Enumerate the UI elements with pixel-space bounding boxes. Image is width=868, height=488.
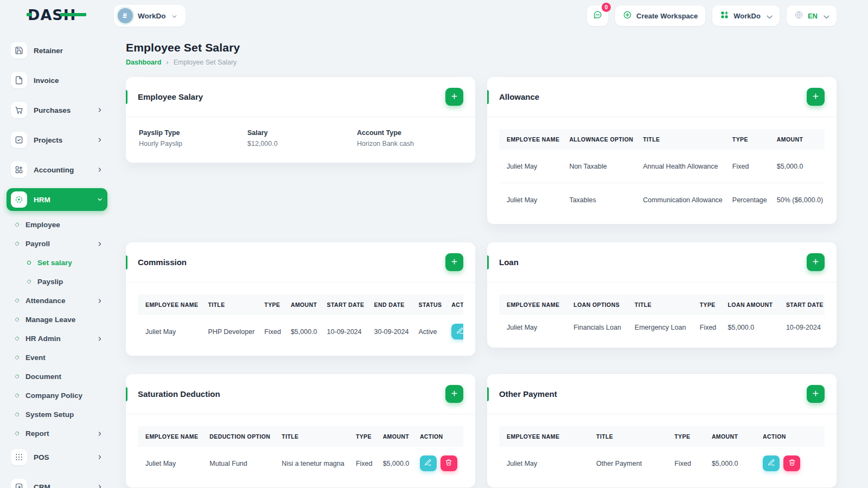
delete-button[interactable] [783, 455, 800, 471]
edit-button[interactable] [451, 324, 463, 339]
sidebar-item-purchases[interactable]: Purchases [7, 99, 107, 121]
table-header-row: EMPLOYEE NAMETITLETYPEAMOUNTSTART DATEEN… [138, 294, 463, 315]
column-header: EMPLOYEE NAME [138, 426, 205, 447]
cell: $5,000.0 [286, 315, 322, 348]
sidebar-item-projects[interactable]: Projects [7, 129, 107, 151]
sidebar-item-event[interactable]: Event [7, 351, 107, 364]
add-employee-salary-button[interactable] [445, 88, 463, 106]
cell: PHP Developer [203, 315, 259, 348]
edit-button[interactable] [420, 455, 437, 471]
sidebar-item-document[interactable]: Document [7, 370, 107, 383]
workdo-apps-button[interactable]: WorkDo [712, 5, 780, 26]
chat-bubble-icon [593, 10, 602, 21]
column-header: EMPLOYEE NAME [499, 294, 569, 315]
plus-icon [812, 389, 820, 399]
create-workspace-button[interactable]: Create Workspace [615, 5, 705, 26]
page-title: Employee Set Salary [126, 41, 837, 54]
sidebar-item-retainer[interactable]: Retainer [7, 39, 107, 62]
sidebar-item-system-setup[interactable]: System Setup [7, 408, 107, 421]
card-title: Allowance [499, 92, 539, 101]
sidebar-item-manage-leave[interactable]: Manage Leave [7, 313, 107, 326]
column-header: ACTION [758, 426, 825, 447]
chevron-separator-icon: › [166, 58, 168, 66]
table-row: Juliet MayPHP DeveloperFixed$5,000.010-0… [138, 315, 463, 348]
field-value: Horizon Bank cash [357, 140, 462, 147]
bullet-icon [15, 431, 20, 436]
sidebar-item-invoice[interactable]: Invoice [7, 69, 107, 92]
cell: Juliet May [499, 183, 564, 217]
sidebar-item-payslip[interactable]: Payslip [7, 275, 107, 288]
plus-icon [812, 258, 820, 267]
bullet-icon [15, 374, 20, 380]
employee-salary-card: Employee Salary Payslip Type Hourly Pays… [126, 77, 475, 163]
other-payment-card: Other Payment EMPLOYEE NAMETITLETYPEAMOU… [487, 374, 837, 487]
add-allowance-button[interactable] [807, 88, 825, 106]
column-header: TYPE [695, 294, 723, 315]
saturation-deduction-table: EMPLOYEE NAMEDEDUCTION OPTIONTITLETYPEAM… [138, 426, 463, 480]
column-header: TITLE [638, 129, 727, 150]
brand-logo[interactable]: DASH [27, 6, 87, 25]
table-row: Juliet MayOther PaymentFixed$5,000.0 [499, 447, 825, 480]
add-other-payment-button[interactable] [807, 385, 825, 403]
cell: Juliet May [138, 447, 205, 480]
sidebar-item-hrm[interactable]: HRM [7, 188, 107, 211]
messenger-button[interactable]: 0 [587, 5, 608, 26]
breadcrumb-current: Employee Set Salary [174, 59, 237, 66]
chevron-right-icon [97, 137, 103, 143]
bullet-icon [15, 355, 20, 361]
sidebar-item-payroll[interactable]: Payroll [7, 237, 107, 251]
field-label: Account Type [357, 129, 462, 137]
column-header: TITLE [630, 294, 695, 315]
sidebar-item-hr-admin[interactable]: HR Admin [7, 332, 107, 345]
target-icon [11, 191, 27, 208]
card-title: Loan [499, 258, 519, 267]
add-saturation-deduction-button[interactable] [445, 385, 463, 403]
sidebar-item-attendance[interactable]: Attendance [7, 294, 107, 307]
cell: 10-09-2024 [322, 315, 369, 348]
grid-apps-icon [720, 10, 729, 21]
sidebar-item-label: Attendance [25, 297, 66, 305]
field-label: Payslip Type [139, 129, 247, 137]
chevron-right-icon [97, 298, 103, 304]
check-square-icon [11, 132, 27, 148]
column-header: AMOUNT [286, 294, 322, 315]
column-header: DEDUCTION OPTION [205, 426, 277, 447]
field-value: $12,000.0 [247, 140, 357, 147]
sidebar-item-label: Retainer [34, 47, 63, 55]
table-row: Juliet MayTaxablesCommunication Allowanc… [499, 183, 825, 217]
salary-field-account-type: Account Type Horizon Bank cash [357, 129, 462, 147]
sidebar-item-crm[interactable]: CRM [7, 476, 107, 488]
card-title: Commission [138, 258, 187, 267]
cell: Mutual Fund [205, 447, 277, 480]
sidebar-item-company-policy[interactable]: Company Policy [7, 389, 107, 402]
workspace-selector[interactable]: WorkDo [114, 5, 186, 27]
commission-table: EMPLOYEE NAMETITLETYPEAMOUNTSTART DATEEN… [138, 294, 463, 348]
breadcrumb-link-dashboard[interactable]: Dashboard [126, 59, 161, 66]
sidebar-item-employee[interactable]: Employee [7, 218, 107, 232]
cell: Active [413, 315, 446, 348]
sidebar-item-pos[interactable]: POS [7, 446, 107, 468]
sidebar-item-label: Event [25, 354, 46, 362]
cell: Annual Health Allowance [638, 150, 727, 183]
column-header: START DATE [781, 294, 825, 315]
add-commission-button[interactable] [445, 253, 463, 271]
language-selector[interactable]: EN [787, 5, 837, 26]
bullet-icon [15, 412, 20, 418]
sidebar-menu: RetainerInvoicePurchasesProjectsAccounti… [7, 39, 107, 488]
column-header: TYPE [727, 129, 772, 150]
add-loan-button[interactable] [807, 253, 825, 271]
card-title: Other Payment [499, 389, 557, 399]
cell: $5,000.0 [378, 447, 415, 480]
loan-card: Loan EMPLOYEE NAMELOAN OPTIONSTITLETYPEL… [487, 242, 837, 348]
edit-button[interactable] [763, 455, 780, 471]
sidebar-item-report[interactable]: Report [7, 427, 107, 440]
file-icon [11, 72, 27, 88]
sidebar-item-set-salary[interactable]: Set salary [7, 256, 107, 269]
cell: $5,000.0 [723, 315, 781, 340]
chevron-right-icon [97, 431, 103, 437]
chevron-down-icon [97, 196, 103, 203]
delete-button[interactable] [441, 455, 457, 471]
cell: Juliet May [499, 315, 569, 340]
bullet-icon [15, 393, 20, 399]
sidebar-item-accounting[interactable]: Accounting [7, 158, 107, 181]
